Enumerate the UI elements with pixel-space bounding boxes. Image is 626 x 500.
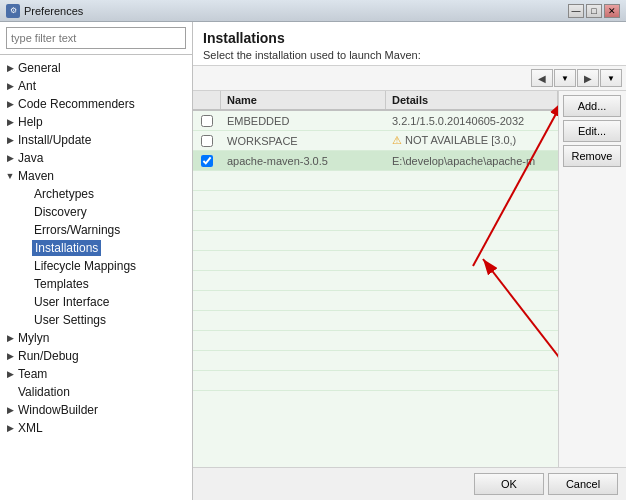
back-button[interactable]: ◀ [531, 69, 553, 87]
col-header-check [193, 91, 221, 109]
ok-button[interactable]: OK [474, 473, 544, 495]
warning-icon: ⚠ [392, 134, 402, 146]
search-input[interactable] [6, 27, 186, 49]
col-header-name: Name [221, 91, 386, 109]
window-controls[interactable]: — □ ✕ [568, 4, 620, 18]
table-row-empty [193, 351, 558, 371]
sidebar-item-run-debug[interactable]: Run/Debug [0, 347, 192, 365]
action-buttons: Add... Edit... Remove [558, 91, 626, 467]
main-container: General Ant Code Recommenders Help Insta… [0, 22, 626, 500]
sidebar-item-label: Maven [16, 168, 56, 184]
search-box[interactable] [0, 22, 192, 55]
sidebar-item-team[interactable]: Team [0, 365, 192, 383]
row-checkbox-cell[interactable] [193, 155, 221, 167]
sidebar-item-window-builder[interactable]: WindowBuilder [0, 401, 192, 419]
bottom-buttons: OK Cancel [193, 467, 626, 500]
row-checkbox[interactable] [201, 155, 213, 167]
forward-button[interactable]: ▶ [577, 69, 599, 87]
sidebar-item-general[interactable]: General [0, 59, 192, 77]
sidebar-item-label: Java [16, 150, 45, 166]
sidebar-item-label: Validation [16, 384, 72, 400]
sidebar-item-label: Installations [32, 240, 101, 256]
sidebar-item-label: WindowBuilder [16, 402, 100, 418]
sidebar-item-label: Run/Debug [16, 348, 81, 364]
close-button[interactable]: ✕ [604, 4, 620, 18]
minimize-button[interactable]: — [568, 4, 584, 18]
table-row-empty [193, 311, 558, 331]
right-panel: Name Details EMBEDDED 3.2.1/1.5.0.201406… [193, 91, 626, 467]
arrow-icon [4, 134, 16, 146]
sidebar-item-label: Templates [32, 276, 91, 292]
sidebar-item-discovery[interactable]: Discovery [0, 203, 192, 221]
title-bar-left: ⚙ Preferences [6, 4, 83, 18]
sidebar-item-install-update[interactable]: Install/Update [0, 131, 192, 149]
sidebar-item-archetypes[interactable]: Archetypes [0, 185, 192, 203]
sidebar-item-label: Errors/Warnings [32, 222, 122, 238]
sidebar-item-installations[interactable]: Installations [0, 239, 192, 257]
sidebar-item-user-interface[interactable]: User Interface [0, 293, 192, 311]
table-row-empty [193, 371, 558, 391]
sidebar-item-templates[interactable]: Templates [0, 275, 192, 293]
sidebar-item-label: General [16, 60, 63, 76]
forward-dropdown[interactable]: ▼ [600, 69, 622, 87]
sidebar-item-validation[interactable]: Validation [0, 383, 192, 401]
maximize-button[interactable]: □ [586, 4, 602, 18]
row-checkbox[interactable] [201, 135, 213, 147]
sidebar-item-code-recommenders[interactable]: Code Recommenders [0, 95, 192, 113]
arrow-icon [4, 422, 16, 434]
row-details: 3.2.1/1.5.0.20140605-2032 [386, 113, 558, 129]
sidebar-item-lifecycle-mappings[interactable]: Lifecycle Mappings [0, 257, 192, 275]
sidebar-item-label: Lifecycle Mappings [32, 258, 138, 274]
arrow-icon [20, 242, 32, 254]
arrow-icon [4, 80, 16, 92]
arrow-icon [20, 224, 32, 236]
content-description: Select the installation used to launch M… [203, 49, 616, 61]
window-title: Preferences [24, 5, 83, 17]
edit-button[interactable]: Edit... [563, 120, 621, 142]
table-row-empty [193, 231, 558, 251]
sidebar-item-label: Help [16, 114, 45, 130]
table-row-empty [193, 331, 558, 351]
table-content-wrapper: Name Details EMBEDDED 3.2.1/1.5.0.201406… [193, 91, 558, 467]
sidebar-item-mylyn[interactable]: Mylyn [0, 329, 192, 347]
arrow-icon [20, 188, 32, 200]
sidebar-item-help[interactable]: Help [0, 113, 192, 131]
sidebar-item-ant[interactable]: Ant [0, 77, 192, 95]
cancel-button[interactable]: Cancel [548, 473, 618, 495]
arrow-icon [20, 296, 32, 308]
arrow-icon [20, 278, 32, 290]
arrow-icon [4, 386, 16, 398]
tree-container: General Ant Code Recommenders Help Insta… [0, 55, 192, 500]
row-details: ⚠NOT AVAILABLE [3.0,) [386, 132, 558, 149]
arrow-icon [4, 116, 16, 128]
remove-button[interactable]: Remove [563, 145, 621, 167]
sidebar-item-label: Mylyn [16, 330, 51, 346]
table-row-empty [193, 251, 558, 271]
sidebar-item-label: Ant [16, 78, 38, 94]
sidebar-item-xml[interactable]: XML [0, 419, 192, 437]
app-icon: ⚙ [6, 4, 20, 18]
arrow-icon [4, 368, 16, 380]
content-header: Installations Select the installation us… [193, 22, 626, 66]
sidebar-item-label: User Interface [32, 294, 111, 310]
back-dropdown[interactable]: ▼ [554, 69, 576, 87]
sidebar-item-maven[interactable]: Maven [0, 167, 192, 185]
row-name: apache-maven-3.0.5 [221, 153, 386, 169]
table-body: EMBEDDED 3.2.1/1.5.0.20140605-2032 WORKS… [193, 111, 558, 467]
add-button[interactable]: Add... [563, 95, 621, 117]
sidebar-item-label: Team [16, 366, 49, 382]
sidebar-item-errors-warnings[interactable]: Errors/Warnings [0, 221, 192, 239]
arrow-icon [4, 404, 16, 416]
row-checkbox[interactable] [201, 115, 213, 127]
sidebar-item-label: Code Recommenders [16, 96, 137, 112]
table-row-empty [193, 171, 558, 191]
arrow-icon [4, 62, 16, 74]
row-checkbox-cell[interactable] [193, 115, 221, 127]
sidebar-item-java[interactable]: Java [0, 149, 192, 167]
page-title: Installations [203, 30, 616, 46]
row-checkbox-cell[interactable] [193, 135, 221, 147]
arrow-icon [4, 170, 16, 182]
arrow-icon [4, 152, 16, 164]
sidebar-item-user-settings[interactable]: User Settings [0, 311, 192, 329]
col-header-details: Details [386, 91, 558, 109]
